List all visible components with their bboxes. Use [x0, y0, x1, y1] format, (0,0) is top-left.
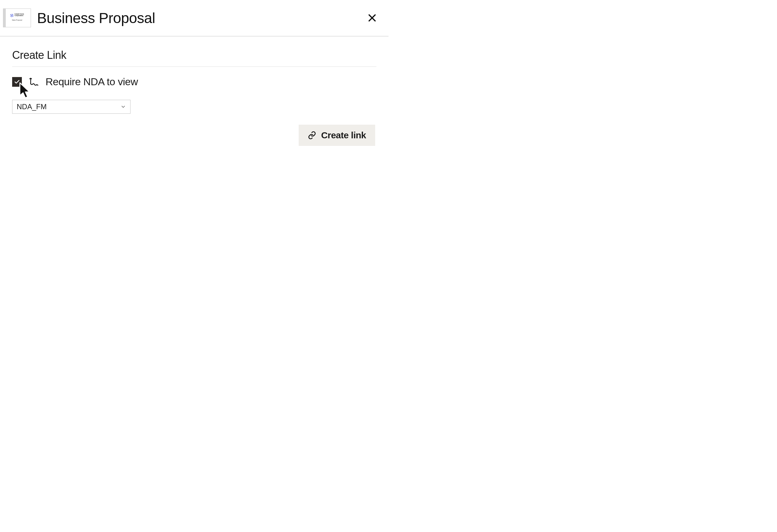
- page-title: Business Proposal: [37, 10, 155, 26]
- section-title: Create Link: [12, 49, 376, 67]
- document-thumbnail: Cobalt Circle Corporation Sales Proposal: [3, 8, 31, 27]
- cobalt-logo-icon: [10, 13, 14, 17]
- nda-template-dropdown[interactable]: NDA_FM: [12, 100, 130, 114]
- create-link-button-label: Create link: [321, 130, 366, 140]
- create-link-button[interactable]: Create link: [299, 125, 375, 146]
- thumbnail-accent: [3, 9, 6, 27]
- button-row: Create link: [12, 125, 376, 146]
- thumbnail-company: Cobalt Circle Corporation: [15, 13, 24, 16]
- require-nda-option: Require NDA to view: [12, 76, 376, 88]
- chevron-down-icon: [120, 104, 126, 110]
- thumbnail-subtitle: Sales Proposal: [12, 19, 22, 21]
- close-button[interactable]: [366, 12, 378, 24]
- close-icon: [367, 13, 377, 23]
- check-icon: [14, 79, 20, 85]
- dialog-content: Create Link Require NDA to view NDA_FM: [0, 37, 388, 146]
- dropdown-selected-value: NDA_FM: [17, 103, 47, 111]
- svg-point-1: [11, 15, 12, 16]
- link-icon: [308, 131, 316, 140]
- signature-icon: [28, 77, 39, 87]
- thumbnail-company-line2: Corporation: [15, 15, 24, 16]
- dialog-header: Cobalt Circle Corporation Sales Proposal…: [0, 0, 388, 37]
- require-nda-checkbox[interactable]: [12, 77, 22, 87]
- thumbnail-logo-row: Cobalt Circle Corporation: [10, 13, 24, 17]
- require-nda-label: Require NDA to view: [45, 76, 138, 88]
